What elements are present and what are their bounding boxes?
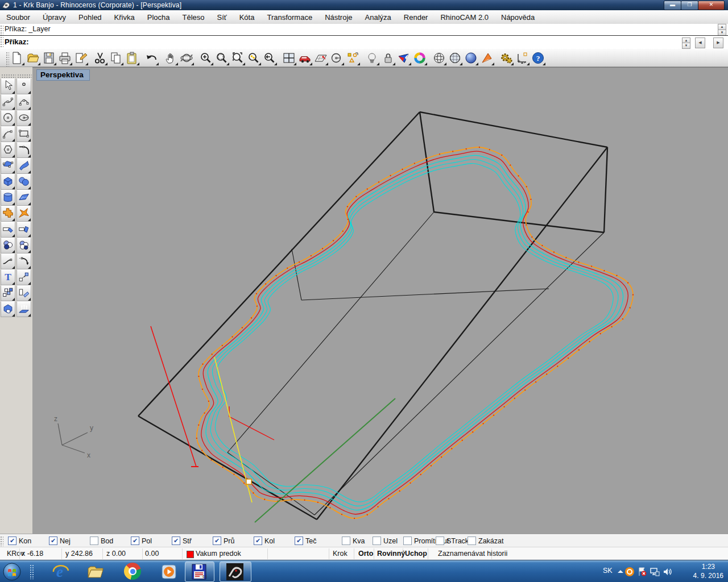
prompt-scroll-right-button[interactable]: ▶ (713, 38, 723, 48)
sphere-pair-icon[interactable] (16, 174, 31, 190)
toggle-rovinn-[interactable]: Rovinný (377, 550, 405, 558)
volume-tray-icon[interactable] (662, 567, 672, 577)
named-views-icon[interactable] (297, 51, 312, 65)
menu-k-ta[interactable]: Kóta (233, 11, 261, 24)
osnap-te-[interactable]: ✔Teč (295, 537, 316, 545)
circle-diff-icon[interactable] (16, 238, 31, 253)
dimension-tool-icon[interactable] (515, 51, 530, 65)
zoom-dynamic-icon[interactable] (198, 51, 213, 65)
taskbar-grip[interactable] (30, 564, 34, 579)
prompt-scroll-left-button[interactable]: ◀ (695, 38, 705, 48)
circle-union-icon[interactable] (1, 238, 15, 253)
menu-t-leso[interactable]: Těleso (176, 11, 210, 24)
arc-continue-icon[interactable] (16, 253, 31, 269)
menu-pohled[interactable]: Pohled (72, 11, 107, 24)
orient-icon[interactable] (16, 285, 31, 301)
pan-icon[interactable] (163, 51, 178, 65)
select-arrow-icon[interactable] (1, 78, 15, 94)
surface-bend-icon[interactable] (16, 158, 31, 174)
osnap-pr-[interactable]: ✔Prů (213, 537, 234, 545)
checkbox-icon[interactable] (90, 537, 98, 545)
rendered-display-icon[interactable] (464, 51, 478, 65)
color-wheel-icon[interactable] (412, 51, 427, 65)
checkbox-icon[interactable] (373, 537, 381, 545)
control-point-curve-icon[interactable] (1, 94, 15, 110)
paste-icon[interactable] (125, 51, 139, 65)
menu-n-stroje[interactable]: Nástroje (318, 11, 358, 24)
layer-color-swatch[interactable] (187, 551, 194, 558)
osnap-nej[interactable]: ✔Nej (49, 537, 71, 545)
perspective-viewport[interactable]: zyx Perspektiva (32, 67, 728, 535)
checkbox-icon[interactable] (403, 537, 412, 545)
toggle-krok[interactable]: Krok (333, 550, 348, 558)
osnap-st-[interactable]: ✔Stř (172, 537, 192, 545)
zoom-selected-icon[interactable] (246, 51, 261, 65)
menu-plocha[interactable]: Plocha (141, 11, 176, 24)
rhinoceros-app-icon[interactable] (226, 563, 244, 581)
osnap-kva[interactable]: Kva (342, 537, 365, 545)
checkbox-icon[interactable] (468, 537, 476, 545)
checkbox-icon[interactable]: ✔ (254, 537, 262, 545)
network-tray-icon[interactable] (650, 567, 660, 577)
extrude-icon[interactable] (16, 301, 31, 317)
command-prompt[interactable]: Příkaz: (5, 36, 29, 48)
minimize-button[interactable]: ▬ (664, 1, 681, 10)
help-icon[interactable]: ? (531, 51, 545, 65)
checkbox-icon[interactable] (436, 537, 444, 545)
osnap-uzel[interactable]: Uzel (373, 537, 398, 545)
sidebar-grip[interactable] (1, 74, 16, 78)
ghosted-display-icon[interactable] (448, 51, 462, 65)
save-file-icon[interactable] (42, 51, 56, 65)
polygon-icon[interactable] (1, 142, 15, 158)
text-icon[interactable]: T (1, 269, 15, 285)
viewport-tab-perspektiva[interactable]: Perspektiva (36, 69, 90, 81)
checkbox-icon[interactable]: ✔ (172, 537, 180, 545)
zoom-window-icon[interactable] (214, 51, 229, 65)
copy-icon[interactable] (109, 51, 123, 65)
close-button[interactable]: ✕ (698, 1, 725, 10)
undo-icon[interactable] (144, 51, 159, 65)
puzzle-plugin-icon[interactable] (1, 206, 15, 222)
print-icon[interactable] (57, 51, 72, 65)
circle-center-icon[interactable] (1, 110, 15, 126)
osnap-grip[interactable] (0, 536, 3, 546)
fillet-corner-icon[interactable] (16, 142, 31, 158)
menu-soubor[interactable]: Soubor (0, 11, 36, 24)
media-player-icon[interactable] (160, 563, 179, 581)
toggle-orto[interactable]: Orto (358, 550, 373, 558)
layer-wedge-icon[interactable] (396, 51, 411, 65)
ellipse-icon[interactable] (16, 110, 31, 126)
current-layer[interactable]: Vakum predok (196, 550, 241, 558)
new-file-icon[interactable] (10, 51, 24, 65)
menu--pravy[interactable]: Úpravy (36, 11, 72, 24)
checkbox-icon[interactable]: ✔ (8, 537, 16, 545)
single-point-icon[interactable] (16, 78, 31, 94)
menu-k-ivka[interactable]: Křivka (108, 11, 141, 24)
trim-icon[interactable] (1, 222, 15, 238)
surface-plane-icon[interactable] (16, 190, 31, 206)
windows-explorer-icon[interactable] (86, 563, 105, 581)
surface-3pt-icon[interactable] (1, 158, 15, 174)
solid-union-icon[interactable] (1, 301, 15, 317)
language-indicator[interactable]: SK (603, 567, 613, 575)
osnap-bod[interactable]: Bod (90, 537, 113, 545)
split-icon[interactable] (16, 222, 31, 238)
cut-icon[interactable] (93, 51, 107, 65)
menu-anal-za[interactable]: Analýza (359, 11, 398, 24)
checkbox-icon[interactable]: ✔ (295, 537, 303, 545)
osnap-zak-zat[interactable]: Zakázat (468, 537, 503, 545)
checkbox-icon[interactable]: ✔ (131, 537, 139, 545)
cplane-icon[interactable] (313, 51, 328, 65)
toolbar-grip[interactable] (6, 52, 9, 66)
arc-icon[interactable] (1, 126, 15, 142)
viewport-layout-icon[interactable] (282, 51, 296, 65)
osnap-kon[interactable]: ✔Kon (8, 537, 31, 545)
toggle-zaznamen-vat-historii[interactable]: Zaznamenávat historii (438, 550, 507, 558)
toggle-uchop[interactable]: Uchop (405, 550, 427, 558)
osnap-pol[interactable]: ✔Pol (131, 537, 152, 545)
start-orb-icon[interactable] (3, 563, 21, 581)
menu-s-[interactable]: Síť (211, 11, 233, 24)
osnap-strack[interactable]: STrack (436, 537, 469, 545)
restore-button[interactable]: ❐ (681, 1, 698, 10)
open-file-icon[interactable] (26, 51, 40, 65)
